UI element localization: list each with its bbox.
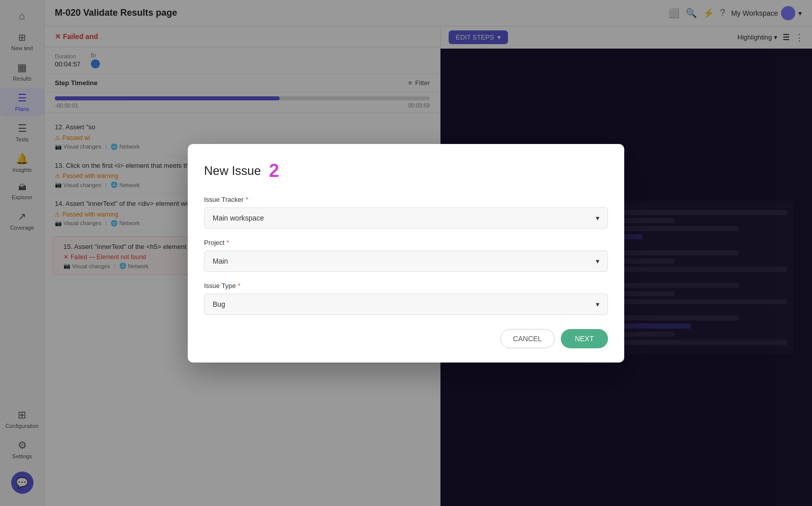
issue-tracker-value: Main workspace [213,214,264,222]
new-issue-modal: New Issue 2 Issue Tracker * Main workspa… [188,144,624,363]
issue-tracker-label: Issue Tracker * [204,196,608,203]
project-select[interactable]: Main ▾ [204,250,608,272]
project-value: Main [213,257,228,265]
issue-type-select[interactable]: Bug ▾ [204,294,608,315]
modal-overlay: New Issue 2 Issue Tracker * Main workspa… [0,0,812,506]
chevron-down-icon: ▾ [596,214,599,222]
project-field: Project * Main ▾ [204,239,608,272]
issue-type-value: Bug [213,300,225,308]
project-label: Project * [204,239,608,246]
issue-type-label: Issue Type * [204,282,608,290]
issue-type-field: Issue Type * Bug ▾ [204,282,608,315]
required-star: * [238,282,241,290]
issue-tracker-field: Issue Tracker * Main workspace ▾ [204,196,608,229]
chevron-down-icon: ▾ [596,257,599,265]
chevron-down-icon: ▾ [596,300,599,308]
cancel-button[interactable]: CANCEL [500,329,555,348]
modal-step-number: 2 [269,160,279,182]
issue-tracker-select[interactable]: Main workspace ▾ [204,207,608,229]
modal-title: New Issue [204,164,261,178]
required-star: * [226,239,229,246]
modal-title-row: New Issue 2 [204,160,608,182]
next-button[interactable]: NEXT [561,329,608,348]
required-star: * [246,196,248,203]
modal-actions: CANCEL NEXT [204,329,608,348]
